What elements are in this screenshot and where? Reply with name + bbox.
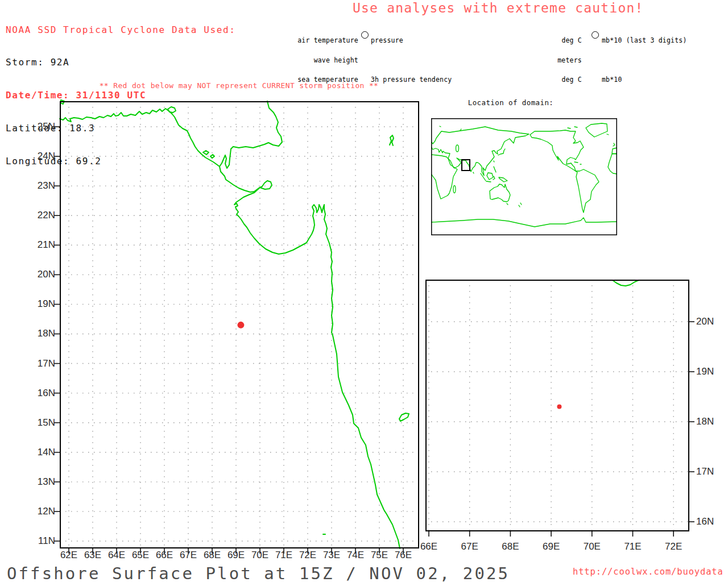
axis-label: 14N xyxy=(30,447,55,458)
axis-label: 70E xyxy=(578,541,606,552)
axis-label: 16N xyxy=(696,516,728,527)
legend-air-temperature: air temperature xyxy=(273,38,358,44)
storm-datetime: Date/Time: 31/1130 UTC xyxy=(6,90,235,101)
axis-label: 68E xyxy=(200,550,224,561)
axis-label: 15N xyxy=(30,417,55,429)
axis-label: 65E xyxy=(129,550,152,561)
domain-inset-title: Location of domain: xyxy=(431,98,590,107)
legend-pressure: pressure xyxy=(371,38,496,44)
units-legend-left: deg C meters deg C xyxy=(525,24,582,90)
storm-info-header: NOAA SSD Tropical Cyclone Data Used: xyxy=(6,24,235,35)
zoom-map-ticks xyxy=(429,322,694,537)
legend-pressure-tendency: 3h pressure tendency xyxy=(371,77,496,84)
axis-label: 25N xyxy=(30,121,55,132)
axis-label: 67E xyxy=(176,550,200,561)
axis-label: 17N xyxy=(30,358,55,369)
axis-label: 70E xyxy=(248,550,272,561)
axis-label: 18N xyxy=(30,328,55,339)
axis-label: 69E xyxy=(537,541,565,552)
axis-label: 73E xyxy=(320,550,344,561)
axis-label: 69E xyxy=(224,550,248,561)
axis-label: 71E xyxy=(619,541,647,552)
axis-label: 72E xyxy=(659,541,688,552)
axis-label: 71E xyxy=(272,550,296,561)
zoom-map-gridlines xyxy=(425,280,689,531)
axis-label: 66E xyxy=(152,550,176,561)
units-legend-right: mb*10 (last 3 digits) mb*10 xyxy=(602,24,727,90)
axis-label: 67E xyxy=(456,541,484,552)
zoom-map-frame xyxy=(426,280,689,531)
caution-headline: Use analyses with extreme caution! xyxy=(353,1,644,15)
axis-label: 62E xyxy=(57,550,81,561)
axis-label: 74E xyxy=(344,550,367,561)
axis-label: 12N xyxy=(30,506,55,517)
units-deg-c-1: deg C xyxy=(525,38,582,44)
storm-position-note: ** Red dot below may NOT represent CURRE… xyxy=(91,81,387,90)
axis-label: 23N xyxy=(30,180,55,192)
axis-label: 19N xyxy=(696,366,728,377)
legend-wave-height: wave height xyxy=(273,57,358,64)
station-model-legend-left: air temperature wave height sea temperat… xyxy=(273,24,358,90)
units-meters: meters xyxy=(525,57,582,64)
axis-label: 75E xyxy=(367,550,391,561)
storm-id: Storm: 92A xyxy=(6,57,235,68)
storm-position-dot-zoom xyxy=(557,405,561,409)
station-model-circle xyxy=(361,31,369,39)
source-url: http://coolwx.com/buoydata xyxy=(573,567,723,577)
axis-label: 21N xyxy=(30,239,55,251)
units-mb10: mb*10 xyxy=(602,77,727,84)
axis-label: 22N xyxy=(30,210,55,221)
world-coastline xyxy=(431,123,617,227)
axis-label: 11N xyxy=(30,535,55,547)
main-map-ticks xyxy=(54,127,403,554)
units-model-circle xyxy=(592,31,599,39)
main-map-coastline xyxy=(60,100,409,548)
plot-title: Offshore Surface Plot at 15Z / NOV 02, 2… xyxy=(7,564,510,582)
axis-label: 63E xyxy=(81,550,105,561)
buoy-plot-page: { "storm_info": { "header": "NOAA SSD Tr… xyxy=(0,0,728,582)
axis-label: 18N xyxy=(696,416,728,427)
main-map xyxy=(60,101,419,548)
zoom-map xyxy=(425,280,689,531)
units-deg-c-2: deg C xyxy=(525,77,582,84)
axis-label: 68E xyxy=(496,541,524,552)
axis-label: 19N xyxy=(30,298,55,310)
world-inset-map xyxy=(431,118,617,235)
axis-label: 76E xyxy=(391,550,415,561)
axis-label: 13N xyxy=(30,476,55,488)
station-model-legend-right: pressure 3h pressure tendency xyxy=(371,24,496,90)
axis-label: 16N xyxy=(30,388,55,399)
axis-label: 24N xyxy=(30,151,55,162)
units-mb10-last3: mb*10 (last 3 digits) xyxy=(602,38,727,44)
zoom-map-coastline xyxy=(613,280,639,286)
axis-label: 66E xyxy=(415,541,443,552)
axis-label: 20N xyxy=(30,269,55,280)
axis-label: 72E xyxy=(296,550,320,561)
axis-label: 64E xyxy=(105,550,129,561)
axis-label: 17N xyxy=(696,466,728,477)
storm-position-dot-main xyxy=(237,322,244,329)
axis-label: 20N xyxy=(696,316,728,327)
